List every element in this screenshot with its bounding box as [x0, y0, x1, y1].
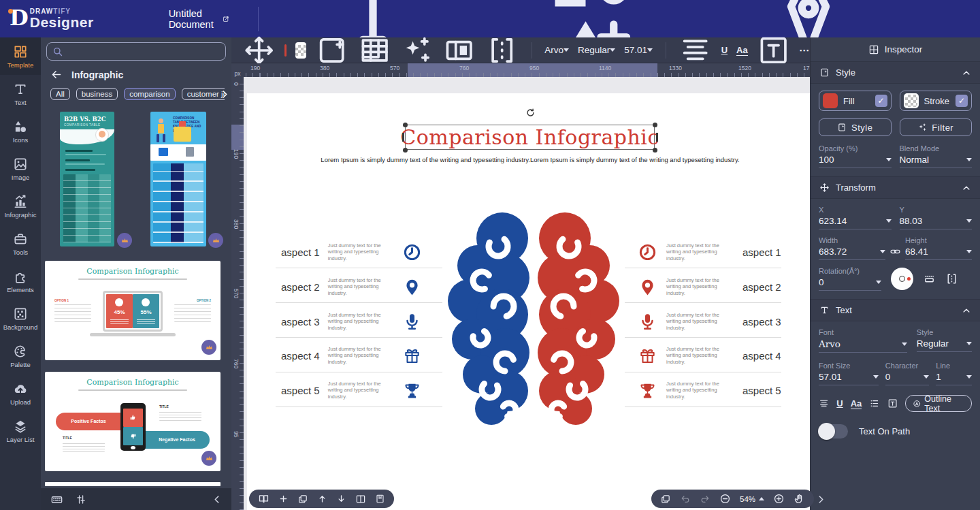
- font-size-field[interactable]: Font Size57.01: [819, 362, 879, 385]
- chevron-up-icon[interactable]: [962, 68, 971, 78]
- sidebar-item-infographic[interactable]: Infographic: [0, 187, 41, 225]
- aspect-row-left-1[interactable]: aspect 1Just dummy text for the writing …: [281, 237, 421, 267]
- keyboard-shortcuts-icon[interactable]: [50, 493, 63, 506]
- brain-graphic[interactable]: [442, 207, 625, 432]
- sidebar-item-palette[interactable]: Palette: [0, 337, 41, 374]
- aspect-row-right-5[interactable]: Just dummy text for the writing and type…: [638, 375, 781, 405]
- sidebar-item-layer-list[interactable]: Layer List: [0, 412, 41, 449]
- sidebar-item-template[interactable]: Template: [0, 37, 41, 75]
- template-thumbnail-b2b-b2c[interactable]: B2B VS. B2C COMPARISON TABLE: [60, 112, 114, 246]
- selection-handle-nw[interactable]: [403, 123, 408, 127]
- text-section-header[interactable]: Text: [811, 300, 980, 321]
- text-case-button[interactable]: Aa: [851, 398, 862, 409]
- more-options-button[interactable]: ⋯: [799, 44, 810, 57]
- stroke-swatch[interactable]: [904, 93, 919, 108]
- font-size-select[interactable]: 57.01: [624, 45, 653, 55]
- rotation-field[interactable]: Rotation(Å°)0: [819, 267, 881, 291]
- rotate-handle-icon[interactable]: [525, 108, 536, 118]
- chip-customer-journey[interactable]: customer jo: [182, 88, 225, 100]
- aspect-row-right-2[interactable]: Just dummy text for the writing and type…: [638, 272, 781, 302]
- y-field[interactable]: Y88.03: [900, 206, 973, 229]
- zoom-in-icon[interactable]: [773, 493, 785, 505]
- undo-icon[interactable]: [680, 494, 691, 505]
- stroke-color-swatch[interactable]: [295, 42, 306, 59]
- sidebar-item-tools[interactable]: Tools: [0, 225, 41, 262]
- text-on-path-toggle[interactable]: [819, 424, 848, 439]
- blend-mode-field[interactable]: Blend Mode Normal: [900, 144, 973, 168]
- duplicate-page-icon[interactable]: [297, 494, 308, 505]
- font-style-select[interactable]: Regular: [578, 45, 615, 55]
- redo-icon[interactable]: [700, 494, 710, 505]
- font-style-field[interactable]: StyleRegular: [917, 328, 972, 353]
- width-field[interactable]: Width683.72: [819, 236, 885, 260]
- selection-handle-e[interactable]: [656, 133, 658, 142]
- document-title[interactable]: Untitled Document: [169, 8, 229, 30]
- underline-button[interactable]: U: [836, 398, 843, 409]
- fill-swatch[interactable]: [823, 93, 838, 108]
- line-height-field[interactable]: Line1: [936, 362, 972, 385]
- sidebar-item-upload[interactable]: Upload: [0, 374, 41, 412]
- height-field[interactable]: Height68.41: [905, 236, 972, 260]
- stroke-checkbox[interactable]: ✓: [956, 95, 968, 107]
- template-thumbnail-knowledge-education[interactable]: COMPARISON TABLE BETWEEN KNOWLEDGE AND E…: [150, 112, 206, 246]
- flip-vertical-icon[interactable]: [923, 272, 936, 285]
- template-thumbnail-laptop-comparison[interactable]: Comparison Infographic OPTION 1 OPTION 2…: [45, 261, 220, 360]
- template-thumbnail-phone-comparison[interactable]: Comparison Infographic Positive Factos N…: [45, 372, 220, 471]
- duplicate-icon[interactable]: [660, 494, 671, 505]
- transform-section-header[interactable]: Transform: [811, 177, 980, 199]
- move-page-down-icon[interactable]: [336, 494, 346, 504]
- aspect-row-right-4[interactable]: Just dummy text for the writing and type…: [638, 340, 781, 370]
- chips-scroll-right-icon[interactable]: [220, 89, 230, 99]
- x-field[interactable]: X623.14: [819, 206, 892, 229]
- expand-panel-icon[interactable]: [816, 494, 826, 505]
- fill-checkbox[interactable]: ✓: [875, 95, 887, 107]
- sidebar-item-icons[interactable]: Icons: [0, 112, 41, 150]
- text-case-button[interactable]: Aa: [736, 45, 748, 56]
- sidebar-item-text[interactable]: Text: [0, 75, 41, 112]
- fill-control[interactable]: Fill ✓: [819, 91, 892, 111]
- add-page-icon[interactable]: [278, 494, 289, 504]
- opacity-field[interactable]: Opacity (%) 100: [819, 144, 892, 168]
- selection-handle-ne[interactable]: [653, 123, 657, 127]
- canvas-subtitle-text[interactable]: Lorem Ipsum is simply dummy text of the …: [278, 156, 782, 163]
- selection-handle-w[interactable]: [402, 133, 404, 142]
- selected-title-text[interactable]: Comparison Infographic: [405, 125, 655, 150]
- aspect-row-left-2[interactable]: aspect 2Just dummy text for the writing …: [281, 272, 421, 302]
- aspect-row-right-1[interactable]: Just dummy text for the writing and type…: [638, 237, 781, 267]
- pan-hand-icon[interactable]: [794, 493, 805, 505]
- filter-button[interactable]: Filter: [900, 118, 973, 136]
- fill-color-swatch[interactable]: [284, 44, 287, 57]
- list-icon[interactable]: [869, 398, 879, 409]
- font-family-field[interactable]: FontArvo: [819, 328, 907, 353]
- spread-view-icon[interactable]: [355, 494, 366, 505]
- zoom-out-icon[interactable]: [719, 493, 731, 505]
- sidebar-item-elements[interactable]: Elements: [0, 262, 41, 300]
- zoom-level[interactable]: 54%: [740, 495, 764, 503]
- stroke-control[interactable]: Stroke ✓: [900, 91, 973, 111]
- chevron-up-icon[interactable]: [962, 306, 971, 315]
- style-section-header[interactable]: Style: [811, 62, 980, 84]
- drawtify-logo-icon[interactable]: D: [10, 7, 29, 31]
- character-spacing-field[interactable]: Character0: [885, 362, 929, 385]
- sidebar-item-image[interactable]: Image: [0, 150, 41, 187]
- style-button[interactable]: Style: [819, 118, 892, 136]
- template-thumbnail-partial[interactable]: [45, 482, 220, 486]
- chip-all[interactable]: All: [50, 88, 70, 100]
- selection-handle-se[interactable]: [653, 148, 657, 153]
- bookmark-page-icon[interactable]: [375, 494, 385, 504]
- chip-business[interactable]: business: [76, 88, 118, 100]
- search-input[interactable]: [67, 46, 220, 57]
- collapse-panel-icon[interactable]: [212, 494, 222, 505]
- align-justify-icon[interactable]: [819, 398, 829, 409]
- aspect-row-left-3[interactable]: aspect 3Just dummy text for the writing …: [281, 306, 421, 336]
- aspect-row-left-4[interactable]: aspect 4Just dummy text for the writing …: [281, 340, 421, 370]
- edit-document-icon[interactable]: [223, 14, 229, 25]
- back-arrow-icon[interactable]: [50, 69, 62, 80]
- link-dimensions-icon[interactable]: [889, 246, 901, 257]
- font-family-select[interactable]: Arvo: [544, 45, 569, 55]
- filter-settings-icon[interactable]: [76, 494, 87, 505]
- chevron-up-icon[interactable]: [962, 183, 971, 193]
- chip-comparison[interactable]: comparison: [124, 88, 175, 100]
- move-page-up-icon[interactable]: [317, 494, 327, 504]
- flip-horizontal-icon[interactable]: [945, 272, 958, 285]
